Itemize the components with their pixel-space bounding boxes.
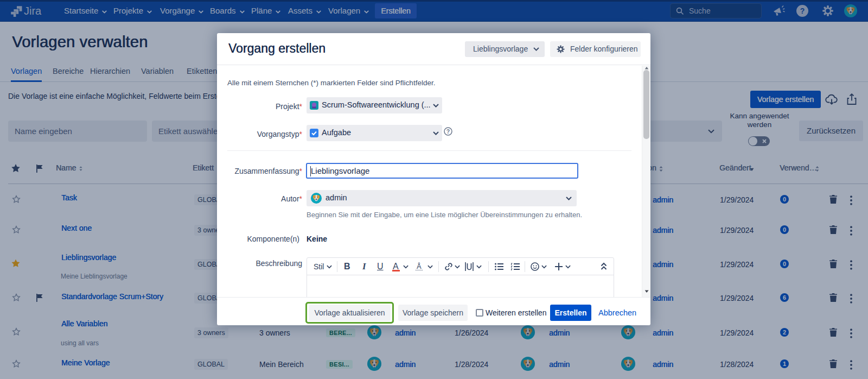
svg-text:?: ? [446,128,450,135]
